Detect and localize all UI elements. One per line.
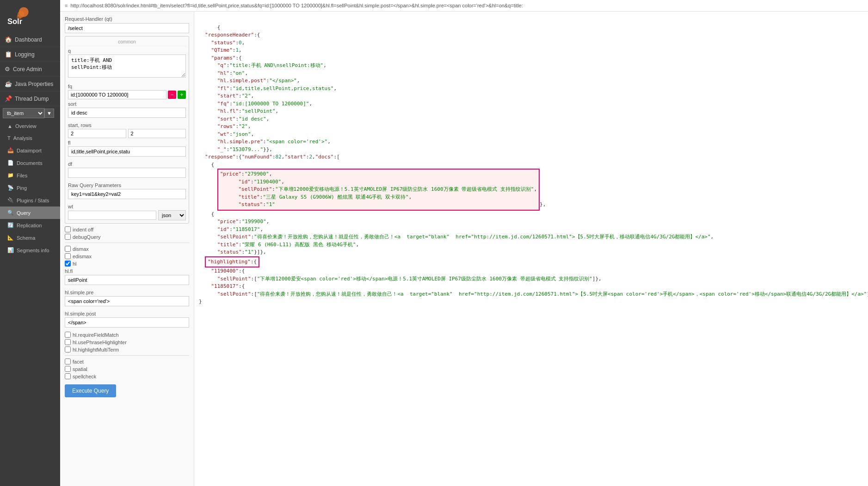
debug-query-checkbox[interactable] (65, 234, 71, 240)
sidebar-item-schema[interactable]: 📐 Schema (0, 231, 60, 244)
sidebar-item-label: Replication (17, 223, 42, 228)
sidebar-item-java-properties[interactable]: ☕ Java Properties (0, 77, 60, 91)
sidebar-item-dataimport[interactable]: 📥 Dataimport (0, 144, 60, 157)
sidebar-item-logging[interactable]: 📋 Logging (0, 47, 60, 62)
fq-input[interactable] (68, 90, 166, 99)
form-panel: Request-Handler (qt) common q title:手机 A… (60, 12, 194, 486)
hl-fl-input[interactable] (65, 275, 189, 285)
sidebar-item-label: Segments info (17, 248, 49, 253)
sidebar-item-dashboard[interactable]: 🏠 Dashboard (0, 32, 60, 47)
core-select[interactable]: tb_item (3, 108, 44, 118)
start-input[interactable] (68, 129, 126, 138)
fq-remove-button[interactable]: − (168, 91, 176, 99)
facet-checkbox[interactable] (65, 358, 71, 364)
sidebar-item-files[interactable]: 📁 Files (0, 169, 60, 182)
fq-label: fq (68, 84, 186, 89)
hl-label: hl (73, 261, 77, 267)
sidebar-item-ping[interactable]: 📡 Ping (0, 182, 60, 194)
main-area: ≡ http://localhost:8080/solr/index.html#… (60, 0, 868, 486)
df-label: df (68, 161, 186, 167)
solr-logo: Solr (5, 5, 32, 28)
sidebar-item-segments[interactable]: 📊 Segments info (0, 244, 60, 256)
sidebar-item-core-admin[interactable]: ⚙ Core Admin (0, 62, 60, 77)
sidebar-item-replication[interactable]: 🔄 Replication (0, 219, 60, 231)
core-admin-icon: ⚙ (5, 66, 10, 73)
start-rows-label: start, rows (68, 122, 186, 128)
sidebar-item-plugins[interactable]: 🔌 Plugins / Stats (0, 194, 60, 207)
q-label: q (68, 48, 186, 54)
sidebar-item-analysis[interactable]: T Analysis (0, 132, 60, 144)
sidebar-item-label: Plugins / Stats (17, 198, 49, 203)
hl-simple-pre-input[interactable] (65, 296, 189, 306)
dismax-label: dismax (73, 246, 89, 252)
start-rows-row (68, 129, 186, 138)
sidebar-item-label: Thread Dump (15, 96, 49, 102)
request-handler-input[interactable] (65, 23, 189, 33)
fq-add-button[interactable]: + (178, 91, 186, 99)
execute-query-button[interactable]: Execute Query (65, 384, 116, 397)
dismax-checkbox[interactable] (65, 246, 71, 252)
hl-simple-post-label: hl.simple.post (65, 311, 189, 316)
sidebar-item-label: Logging (15, 51, 35, 58)
df-input[interactable] (68, 168, 186, 178)
sidebar-item-thread-dump[interactable]: 📌 Thread Dump (0, 91, 60, 106)
hl-simple-pre-label: hl.simple.pre (65, 290, 189, 295)
sidebar-item-documents[interactable]: 📄 Documents (0, 157, 60, 169)
edismax-checkbox[interactable] (65, 253, 71, 259)
facet-label: facet (73, 359, 84, 364)
sidebar-item-label: Files (17, 173, 27, 178)
wt-input[interactable] (68, 211, 156, 220)
hl-highlight-multi-row: hl.highlightMultiTerm (65, 346, 189, 352)
sort-input[interactable] (68, 108, 186, 118)
sidebar-item-label: Dashboard (15, 36, 42, 43)
content-area: Request-Handler (qt) common q title:手机 A… (60, 12, 868, 486)
schema-icon: 📐 (7, 235, 14, 241)
url-icon: ≡ (65, 3, 68, 8)
edismax-label: edismax (73, 254, 92, 259)
common-section: common q title:手机 AND sellPoint:移动 fq − … (65, 36, 189, 224)
indent-off-checkbox[interactable] (65, 226, 71, 232)
debug-query-label: debugQuery (73, 234, 101, 240)
sidebar-item-label: Overview (15, 123, 37, 129)
q-input[interactable]: title:手机 AND sellPoint:移动 (68, 55, 186, 78)
sidebar-item-query[interactable]: 🔍 Query (0, 207, 60, 219)
wt-select[interactable]: json xml csv python ruby php (158, 210, 186, 220)
request-handler-label: Request-Handler (qt) (65, 16, 189, 22)
java-icon: ☕ (5, 80, 12, 87)
replication-icon: 🔄 (7, 222, 14, 228)
sidebar-item-label: Dataimport (17, 148, 42, 153)
sidebar-item-label: Schema (17, 235, 35, 241)
hl-row: hl (65, 261, 189, 267)
hl-highlight-multi-checkbox[interactable] (65, 346, 71, 352)
logo-area: Solr (0, 0, 60, 32)
ping-icon: 📡 (7, 185, 14, 191)
dashboard-icon: 🏠 (5, 36, 12, 43)
hl-simple-post-input[interactable] (65, 317, 189, 328)
result-panel: { "responseHeader":{ "status":0, "QTime"… (194, 12, 868, 486)
sidebar-item-overview[interactable]: ▲ Overview (0, 120, 60, 132)
response-header-key: "responseHeader" (205, 32, 254, 38)
edismax-row: edismax (65, 253, 189, 259)
fl-input[interactable] (68, 146, 186, 157)
svg-text:Solr: Solr (7, 17, 23, 25)
facet-row: facet (65, 358, 189, 364)
hl-require-field-match-row: hl.requireFieldMatch (65, 332, 189, 338)
nav-section: 🏠 Dashboard 📋 Logging ⚙ Core Admin ☕ Jav… (0, 32, 60, 486)
spatial-row: spatial (65, 366, 189, 372)
spatial-checkbox[interactable] (65, 366, 71, 372)
core-selector[interactable]: tb_item ▼ (3, 108, 57, 118)
raw-query-input[interactable] (68, 189, 186, 199)
hl-use-phrase-checkbox[interactable] (65, 339, 71, 345)
hl-highlight-multi-label: hl.highlightMultiTerm (73, 347, 119, 352)
spellcheck-checkbox[interactable] (65, 373, 71, 379)
url-bar: ≡ http://localhost:8080/solr/index.html#… (60, 0, 868, 12)
hl-checkbox[interactable] (65, 261, 71, 267)
rows-input[interactable] (128, 129, 186, 138)
hl-require-field-match-checkbox[interactable] (65, 332, 71, 338)
segments-icon: 📊 (7, 247, 14, 253)
core-dropdown-btn[interactable]: ▼ (44, 109, 54, 118)
dismax-row: dismax (65, 246, 189, 252)
hl-fl-label: hl.fl (65, 268, 189, 274)
logging-icon: 📋 (5, 51, 12, 58)
overview-icon: ▲ (7, 123, 12, 129)
